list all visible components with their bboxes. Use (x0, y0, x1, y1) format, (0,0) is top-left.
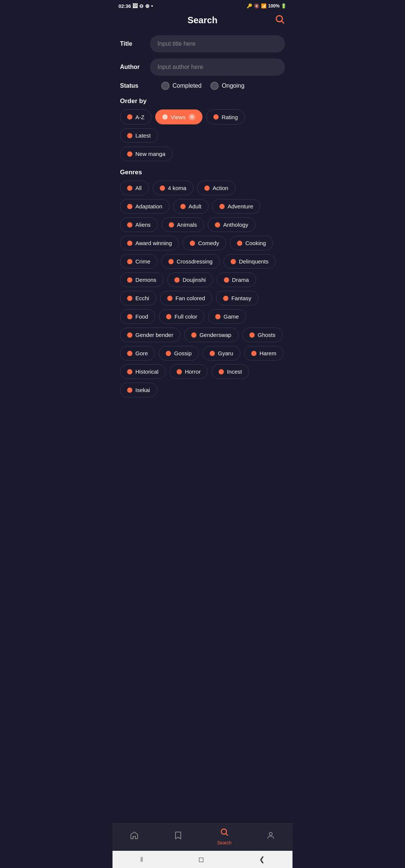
genre-fantasy[interactable]: Fantasy (216, 291, 258, 305)
dot-award-winning (127, 241, 132, 246)
dot-drama (224, 277, 229, 283)
genre-anthology[interactable]: Anthology (208, 217, 255, 232)
genre-genderswap[interactable]: Genderswap (184, 328, 238, 342)
genre-full-color[interactable]: Full color (159, 309, 204, 324)
order-latest[interactable]: Latest (120, 128, 158, 143)
dot-fantasy (223, 296, 228, 301)
genre-isekai[interactable]: Isekai (120, 383, 157, 397)
status-bar: 02:36 🖼 ⊖ ⊕ • 🔑 🔇 📶 100% 🔋 (112, 0, 292, 10)
dot-fan-colored (167, 296, 172, 301)
status-ongoing[interactable]: Ongoing (210, 82, 244, 90)
order-az[interactable]: A-Z (120, 109, 152, 124)
bottom-nav: Search (112, 823, 292, 850)
order-new-manga[interactable]: New manga (120, 147, 172, 161)
genre-ecchi[interactable]: Ecchi (120, 291, 156, 305)
author-label: Author (120, 64, 150, 70)
status-options: Completed Ongoing (161, 82, 244, 90)
order-by-section: Order by A-Z Views ✕ Rating Latest (120, 97, 285, 161)
status-completed[interactable]: Completed (161, 82, 201, 90)
dot-delinquents (231, 259, 236, 264)
dot-adult (180, 204, 186, 209)
genre-game[interactable]: Game (208, 309, 246, 324)
author-input[interactable] (150, 58, 285, 76)
genres-label: Genres (120, 169, 285, 176)
genre-adult[interactable]: Adult (173, 199, 208, 214)
genre-food[interactable]: Food (120, 309, 155, 324)
genre-doujinshi[interactable]: Doujinshi (167, 272, 213, 287)
app-header: Search (112, 10, 292, 31)
order-by-label: Order by (120, 97, 285, 105)
title-label: Title (120, 40, 150, 47)
views-dot (162, 114, 168, 120)
genre-crossdressing[interactable]: Crossdressing (161, 254, 220, 269)
genre-gyaru[interactable]: Gyaru (202, 346, 240, 361)
genre-delinquents[interactable]: Delinquents (224, 254, 276, 269)
genre-4koma[interactable]: 4 koma (153, 181, 194, 195)
genre-fan-colored[interactable]: Fan colored (160, 291, 212, 305)
genre-harem[interactable]: Harem (244, 346, 284, 361)
latest-dot (127, 133, 132, 138)
genre-action[interactable]: Action (197, 181, 236, 195)
page-title: Search (188, 15, 218, 25)
genre-gossip[interactable]: Gossip (159, 346, 199, 361)
genre-crime[interactable]: Crime (120, 254, 158, 269)
nav-profile[interactable] (266, 831, 275, 842)
title-input[interactable] (150, 35, 285, 52)
dot-adaptation (127, 204, 132, 209)
main-content: Title Author Status Completed Ongoing Or… (112, 31, 292, 438)
genre-adventure[interactable]: Adventure (212, 199, 260, 214)
dot-cooking (237, 241, 242, 246)
ongoing-radio[interactable] (210, 82, 219, 90)
android-back-btn[interactable]: ❮ (259, 855, 265, 864)
genre-ghosts[interactable]: Ghosts (242, 328, 283, 342)
dot-action (204, 186, 210, 191)
status-icons: 🔑 🔇 📶 100% 🔋 (247, 3, 286, 9)
genre-incest[interactable]: Incest (212, 364, 249, 379)
dot-anthology (215, 222, 220, 227)
dot-doujinshi (174, 277, 180, 283)
nav-home[interactable] (130, 831, 139, 842)
genre-drama[interactable]: Drama (217, 272, 256, 287)
svg-point-2 (269, 832, 272, 835)
nav-search[interactable]: Search (217, 828, 231, 846)
dot-gender-bender (127, 332, 132, 338)
android-recents-btn[interactable]: ⦀ (140, 856, 143, 864)
completed-radio[interactable] (161, 82, 170, 90)
genre-gore[interactable]: Gore (120, 346, 155, 361)
genre-award-winning[interactable]: Award winning (120, 236, 179, 250)
genre-aliens[interactable]: Aliens (120, 217, 158, 232)
genre-demons[interactable]: Demons (120, 272, 164, 287)
dot-incest (219, 369, 224, 374)
title-row: Title (120, 35, 285, 52)
status-label: Status (120, 82, 150, 89)
new-manga-dot (127, 151, 132, 157)
dot-ghosts (249, 332, 255, 338)
order-views[interactable]: Views ✕ (155, 109, 202, 124)
genre-cooking[interactable]: Cooking (230, 236, 273, 250)
dot-horror (177, 369, 182, 374)
profile-icon (266, 831, 275, 842)
android-nav: ⦀ ◻ ❮ (112, 851, 292, 868)
dot-genderswap (191, 332, 196, 338)
dot-aliens (127, 222, 132, 227)
genre-animals[interactable]: Animals (162, 217, 204, 232)
dot-all (127, 186, 132, 191)
genre-horror[interactable]: Horror (170, 364, 208, 379)
dot-ecchi (127, 296, 132, 301)
dot-gyaru (210, 351, 215, 356)
genre-historical[interactable]: Historical (120, 364, 166, 379)
status-time: 02:36 🖼 ⊖ ⊕ • (118, 3, 153, 9)
views-close-icon[interactable]: ✕ (189, 114, 195, 120)
ongoing-label: Ongoing (222, 82, 244, 89)
genre-comedy[interactable]: Comedy (183, 236, 226, 250)
header-search-icon[interactable] (274, 14, 285, 27)
nav-bookmarks[interactable] (174, 831, 183, 842)
genre-all[interactable]: All (120, 181, 149, 195)
genre-gender-bender[interactable]: Gender bender (120, 328, 180, 342)
completed-label: Completed (172, 82, 201, 89)
genre-adaptation[interactable]: Adaptation (120, 199, 170, 214)
bookmark-icon (174, 831, 183, 842)
order-rating[interactable]: Rating (206, 109, 245, 124)
rating-dot (213, 114, 219, 120)
android-home-btn[interactable]: ◻ (198, 855, 204, 864)
